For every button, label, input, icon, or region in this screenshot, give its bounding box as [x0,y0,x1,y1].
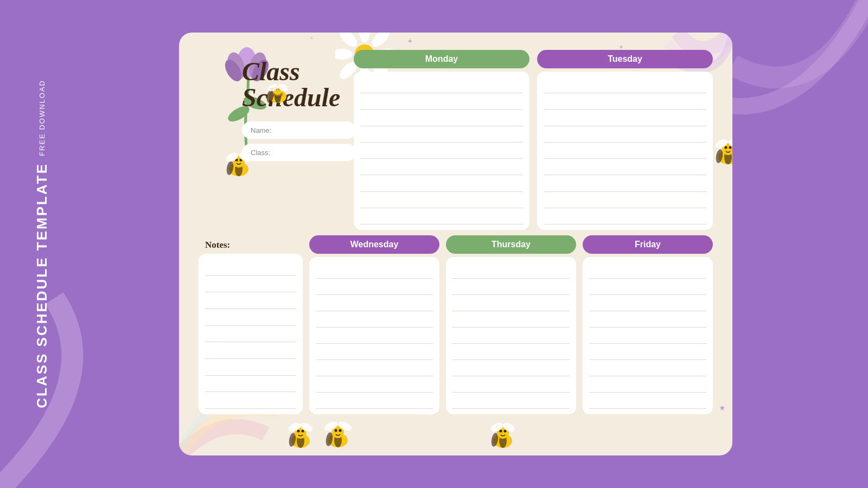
svg-point-50 [287,423,302,433]
svg-point-62 [490,432,499,447]
friday-column: Friday [583,235,713,414]
svg-point-42 [714,138,729,150]
svg-point-7 [359,33,370,42]
svg-point-36 [718,150,732,164]
tuesday-header: Tuesday [537,50,713,68]
svg-point-64 [500,430,502,433]
main-card: ✦ ✦ ✦ ★ ✦ Class Schedule Name: Class: Mo… [179,33,732,455]
notes-column: Notes: [199,235,303,414]
tuesday-column: Tuesday [537,50,713,230]
svg-point-56 [335,429,337,432]
name-label: Name: [251,126,271,134]
title-class: Class [242,59,346,85]
svg-point-59 [337,422,353,433]
class-label: Class: [251,149,270,157]
svg-point-46 [288,432,297,447]
svg-point-38 [715,149,724,164]
friday-header: Friday [583,235,713,254]
svg-point-66 [489,423,505,433]
svg-point-48 [297,430,300,433]
svg-point-54 [325,432,334,447]
svg-point-43 [727,138,732,150]
svg-point-52 [328,433,348,447]
monday-box [354,72,529,230]
svg-point-53 [334,433,342,447]
svg-point-41 [729,146,732,149]
sidebar: FREE DOWNLOAD CLASS SCHEDULE TEMPLATE [0,0,84,488]
tuesday-box [537,72,713,230]
svg-point-58 [323,422,339,433]
monday-header: Monday [354,50,529,68]
class-field[interactable]: Class: [242,144,356,161]
title-section: Class Schedule Name: Class: [199,50,346,230]
sparkle-4: ★ [719,403,726,412]
svg-point-57 [339,429,342,432]
svg-point-39 [722,143,732,155]
svg-point-49 [302,430,304,433]
svg-point-67 [501,423,516,433]
wednesday-column: Wednesday [309,235,439,414]
notes-label: Notes: [199,235,303,254]
sparkle-5: ✦ [309,35,314,41]
svg-point-44 [291,434,310,448]
svg-point-47 [295,427,307,439]
svg-point-55 [332,426,344,438]
title-schedule: Schedule [242,85,346,111]
svg-point-61 [499,434,507,448]
bee-right-icon [712,138,732,168]
sparkle-1: ✦ [407,37,413,46]
bee-bottom-thursday-icon [487,423,519,451]
svg-point-40 [725,146,727,149]
svg-point-14 [337,33,360,50]
svg-point-65 [504,430,507,433]
svg-point-51 [299,423,314,433]
friday-box [583,257,713,414]
svg-point-37 [724,150,732,164]
monday-column: Monday [354,50,529,230]
bee-bottom-center-icon [321,422,355,451]
sidebar-free-download: FREE DOWNLOAD [38,80,46,156]
bee-bottom-left-icon [285,423,316,451]
svg-point-8 [369,33,392,50]
notes-box [199,254,303,414]
thursday-header: Thursday [446,235,576,254]
wednesday-header: Wednesday [309,235,439,254]
svg-point-60 [494,434,512,448]
name-field[interactable]: Name: [242,121,356,139]
svg-point-63 [497,427,509,439]
sidebar-main-text: CLASS SCHEDULE TEMPLATE [34,163,50,408]
thursday-box [446,257,576,414]
svg-point-45 [297,434,304,448]
wednesday-box [309,257,439,414]
thursday-column: Thursday [446,235,576,414]
